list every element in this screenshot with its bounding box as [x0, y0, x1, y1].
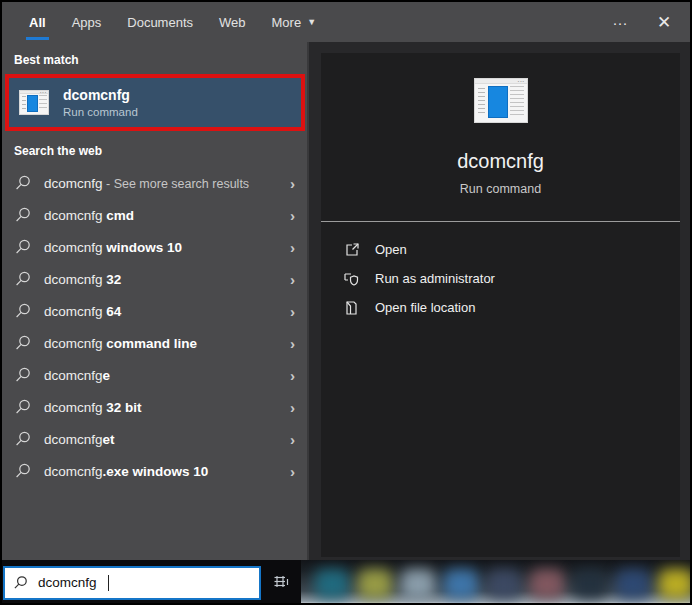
web-suggestion-row[interactable]: dcomcnfget ›: [2, 423, 307, 455]
taskbar-ime-icon[interactable]: [261, 560, 301, 603]
filter-tab-bar: All Apps Documents Web More ▼ ··· ✕: [2, 2, 690, 42]
tab-more[interactable]: More ▼: [259, 2, 330, 42]
search-icon: [15, 367, 31, 383]
text-cursor: [108, 575, 109, 591]
blurred-app-icon: [401, 569, 435, 599]
search-input-value: dcomcnfg: [38, 575, 97, 590]
topbar-spacer: [329, 2, 598, 42]
action-open[interactable]: Open: [321, 235, 680, 264]
search-icon: [13, 575, 28, 590]
flyout-content: Best match ••• dcomcnfg Run command Sear…: [2, 42, 690, 560]
chevron-right-icon[interactable]: ›: [290, 368, 295, 383]
blurred-app-icon: [616, 569, 650, 599]
chevron-right-icon[interactable]: ›: [290, 272, 295, 287]
preview-pane-outer: ••• dcomcnfg Run command Open Run as adm…: [307, 42, 690, 560]
preview-title: dcomcnfg: [457, 150, 544, 173]
blurred-taskbar-icons: [301, 560, 690, 603]
blurred-app-icon: [573, 569, 607, 599]
search-icon: [15, 335, 31, 351]
blurred-app-icon: [487, 569, 521, 599]
web-suggestion-row[interactable]: dcomcnfg.exe windows 10 ›: [2, 455, 307, 487]
search-icon: [15, 303, 31, 319]
blurred-app-icon: [358, 569, 392, 599]
search-web-header: Search the web: [2, 131, 307, 167]
blurred-app-icon: [530, 569, 564, 599]
preview-subtitle: Run command: [460, 182, 541, 196]
search-flyout: All Apps Documents Web More ▼ ··· ✕ Best…: [2, 2, 690, 560]
preview-panel: ••• dcomcnfg Run command Open Run as adm…: [321, 53, 680, 557]
best-match-subtitle: Run command: [63, 106, 138, 118]
web-suggestion-row[interactable]: dcomcnfg 32 ›: [2, 263, 307, 295]
search-icon: [15, 271, 31, 287]
search-icon: [15, 175, 31, 191]
action-run-as-administrator[interactable]: Run as administrator: [321, 264, 680, 293]
web-suggestions-list: dcomcnfg - See more search results › dco…: [2, 167, 307, 487]
chevron-right-icon[interactable]: ›: [290, 208, 295, 223]
results-pane: Best match ••• dcomcnfg Run command Sear…: [2, 42, 307, 560]
tab-web[interactable]: Web: [206, 2, 259, 42]
best-match-title: dcomcnfg: [63, 87, 138, 103]
search-icon: [15, 431, 31, 447]
chevron-down-icon: ▼: [307, 17, 316, 27]
action-open-file-location[interactable]: Open file location: [321, 293, 680, 322]
chevron-right-icon[interactable]: ›: [290, 400, 295, 415]
app-window-icon-large: •••: [474, 78, 528, 123]
search-input[interactable]: dcomcnfg: [3, 566, 261, 600]
chevron-right-icon[interactable]: ›: [290, 304, 295, 319]
search-icon: [15, 239, 31, 255]
open-icon: [343, 242, 360, 258]
options-ellipsis-button[interactable]: ···: [598, 2, 642, 42]
folder-location-icon: [343, 300, 360, 316]
chevron-right-icon[interactable]: ›: [290, 336, 295, 351]
preview-actions: Open Run as administrator Open file loca…: [321, 222, 680, 322]
app-window-icon: •••: [19, 90, 49, 115]
web-suggestion-row[interactable]: dcomcnfge ›: [2, 359, 307, 391]
web-suggestion-row[interactable]: dcomcnfg windows 10 ›: [2, 231, 307, 263]
windows-search-flyout: All Apps Documents Web More ▼ ··· ✕ Best…: [0, 0, 692, 605]
search-icon: [15, 207, 31, 223]
tab-apps[interactable]: Apps: [59, 2, 115, 42]
chevron-right-icon[interactable]: ›: [290, 432, 295, 447]
blurred-app-icon: [315, 569, 349, 599]
close-button[interactable]: ✕: [642, 2, 686, 42]
tab-all[interactable]: All: [16, 2, 59, 42]
blurred-app-icon: [659, 569, 690, 599]
web-suggestion-row[interactable]: dcomcnfg cmd ›: [2, 199, 307, 231]
web-suggestion-row[interactable]: dcomcnfg - See more search results ›: [2, 167, 307, 199]
search-icon: [15, 463, 31, 479]
search-icon: [15, 399, 31, 415]
web-suggestion-row[interactable]: dcomcnfg 64 ›: [2, 295, 307, 327]
chevron-right-icon[interactable]: ›: [290, 240, 295, 255]
web-suggestion-row[interactable]: dcomcnfg 32 bit ›: [2, 391, 307, 423]
blurred-app-icon: [444, 569, 478, 599]
chevron-right-icon[interactable]: ›: [290, 176, 295, 191]
chevron-right-icon[interactable]: ›: [290, 464, 295, 479]
shield-icon: [343, 271, 360, 287]
tab-documents[interactable]: Documents: [114, 2, 206, 42]
taskbar: dcomcnfg: [2, 560, 690, 603]
web-suggestion-row[interactable]: dcomcnfg command line ›: [2, 327, 307, 359]
best-match-result[interactable]: ••• dcomcnfg Run command: [5, 74, 305, 131]
best-match-header: Best match: [2, 42, 307, 74]
